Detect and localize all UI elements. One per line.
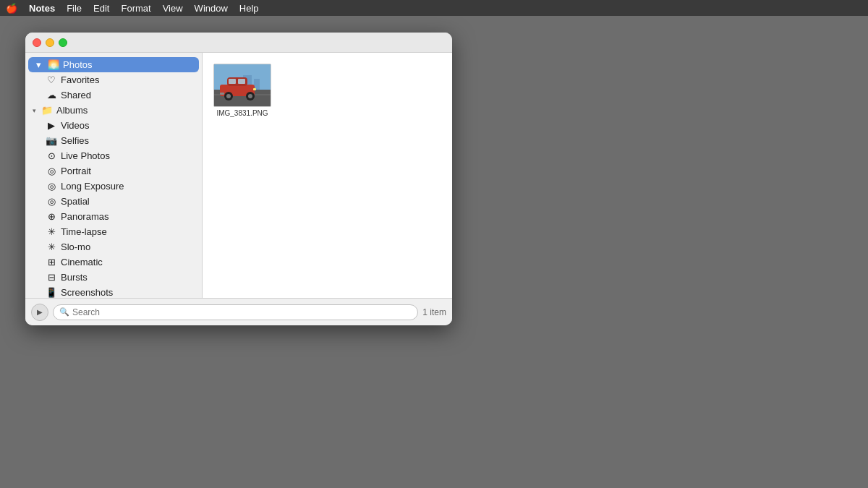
sidebar-spatial-label: Spatial — [61, 196, 195, 207]
sidebar-videos-label: Videos — [61, 120, 195, 131]
sidebar: ▾ 🌅 Photos ♡ Favorites ☁ Shared ▾ 📁 Albu… — [25, 53, 203, 298]
long-exposure-icon: ◎ — [46, 181, 57, 192]
sidebar-cinematic-label: Cinematic — [61, 257, 195, 267]
sidebar-item-portrait[interactable]: ◎ Portrait — [25, 163, 202, 179]
search-icon: 🔍 — [59, 307, 69, 317]
menu-file[interactable]: File — [67, 3, 82, 14]
close-button[interactable] — [33, 38, 41, 47]
selfie-icon: 📷 — [46, 135, 57, 146]
spatial-icon: ◎ — [46, 196, 57, 207]
portrait-icon: ◎ — [46, 166, 57, 176]
photo-grid: IMG_3831.PNG — [203, 53, 452, 298]
photos-icon: 🌅 — [48, 59, 59, 70]
apple-menu[interactable]: 🍎 — [6, 3, 17, 14]
sidebar-portrait-label: Portrait — [61, 166, 195, 176]
menubar: 🍎 Notes File Edit Format View Window Hel… — [0, 0, 868, 16]
photos-window: ▾ 🌅 Photos ♡ Favorites ☁ Shared ▾ 📁 Albu… — [25, 33, 452, 325]
sidebar-item-shared[interactable]: ☁ Shared — [25, 87, 202, 103]
play-button[interactable]: ▶ — [31, 304, 48, 321]
sidebar-item-spatial[interactable]: ◎ Spatial — [25, 194, 202, 209]
menu-format[interactable]: Format — [121, 3, 150, 14]
menu-view[interactable]: View — [163, 3, 183, 14]
sidebar-item-selfies[interactable]: 📷 Selfies — [25, 133, 202, 148]
sidebar-albums-label: Albums — [56, 105, 195, 116]
sidebar-long-exposure-label: Long Exposure — [61, 181, 195, 192]
sidebar-item-favorites[interactable]: ♡ Favorites — [25, 72, 202, 87]
sidebar-item-cinematic[interactable]: ⊞ Cinematic — [25, 254, 202, 270]
bottombar: ▶ 🔍 1 item — [25, 298, 452, 325]
live-photos-icon: ⊙ — [46, 150, 57, 161]
svg-point-10 — [226, 94, 231, 98]
sidebar-time-lapse-label: Time-lapse — [61, 226, 195, 237]
bursts-icon: ⊟ — [46, 272, 57, 283]
sidebar-item-slo-mo[interactable]: ✳ Slo-mo — [25, 239, 202, 254]
chevron-down-icon: ▾ — [33, 59, 44, 70]
photo-thumbnail[interactable]: IMG_3831.PNG — [213, 64, 271, 117]
photo-name: IMG_3831.PNG — [216, 109, 268, 117]
sidebar-bursts-label: Bursts — [61, 272, 195, 283]
svg-rect-14 — [220, 93, 224, 95]
chevron-icon: ▾ — [33, 107, 36, 114]
sidebar-item-videos[interactable]: ▶ Videos — [25, 118, 202, 133]
heart-icon: ♡ — [46, 74, 57, 85]
svg-point-12 — [248, 94, 252, 98]
sidebar-item-live-photos[interactable]: ⊙ Live Photos — [25, 148, 202, 163]
cinematic-icon: ⊞ — [46, 257, 57, 267]
titlebar — [25, 33, 452, 53]
svg-rect-7 — [229, 79, 236, 84]
item-count: 1 item — [422, 307, 446, 317]
menu-notes[interactable]: Notes — [29, 3, 55, 14]
screenshots-icon: 📱 — [46, 287, 57, 298]
svg-rect-8 — [238, 79, 245, 84]
svg-rect-13 — [253, 88, 256, 90]
traffic-lights — [33, 38, 67, 47]
sidebar-section-albums[interactable]: ▾ 📁 Albums — [25, 103, 202, 118]
search-box: 🔍 — [53, 304, 418, 320]
sidebar-favorites-label: Favorites — [61, 74, 195, 85]
svg-rect-2 — [254, 79, 260, 90]
video-icon: ▶ — [46, 120, 57, 131]
menu-edit[interactable]: Edit — [93, 3, 109, 14]
time-lapse-icon: ✳ — [46, 226, 57, 237]
slo-mo-icon: ✳ — [46, 241, 57, 252]
window-content: ▾ 🌅 Photos ♡ Favorites ☁ Shared ▾ 📁 Albu… — [25, 53, 452, 298]
photo-image — [213, 64, 271, 107]
sidebar-item-screenshots[interactable]: 📱 Screenshots — [25, 285, 202, 298]
sidebar-screenshots-label: Screenshots — [61, 287, 195, 298]
cloud-icon: ☁ — [46, 90, 57, 100]
sidebar-item-time-lapse[interactable]: ✳ Time-lapse — [25, 224, 202, 239]
sidebar-item-long-exposure[interactable]: ◎ Long Exposure — [25, 179, 202, 194]
panoramas-icon: ⊕ — [46, 211, 57, 222]
sidebar-item-photos[interactable]: ▾ 🌅 Photos — [28, 57, 199, 72]
play-icon: ▶ — [37, 308, 43, 316]
maximize-button[interactable] — [59, 38, 67, 47]
search-input[interactable] — [72, 307, 412, 317]
sidebar-slo-mo-label: Slo-mo — [61, 241, 195, 252]
sidebar-panoramas-label: Panoramas — [61, 211, 195, 222]
menu-window[interactable]: Window — [195, 3, 228, 14]
menu-help[interactable]: Help — [239, 3, 259, 14]
sidebar-item-bursts[interactable]: ⊟ Bursts — [25, 270, 202, 285]
sidebar-photos-label: Photos — [63, 59, 195, 70]
minimize-button[interactable] — [46, 38, 54, 47]
sidebar-shared-label: Shared — [61, 90, 195, 100]
folder-icon: 📁 — [41, 105, 53, 116]
sidebar-item-panoramas[interactable]: ⊕ Panoramas — [25, 209, 202, 224]
sidebar-selfies-label: Selfies — [61, 135, 195, 146]
sidebar-live-photos-label: Live Photos — [61, 150, 195, 161]
